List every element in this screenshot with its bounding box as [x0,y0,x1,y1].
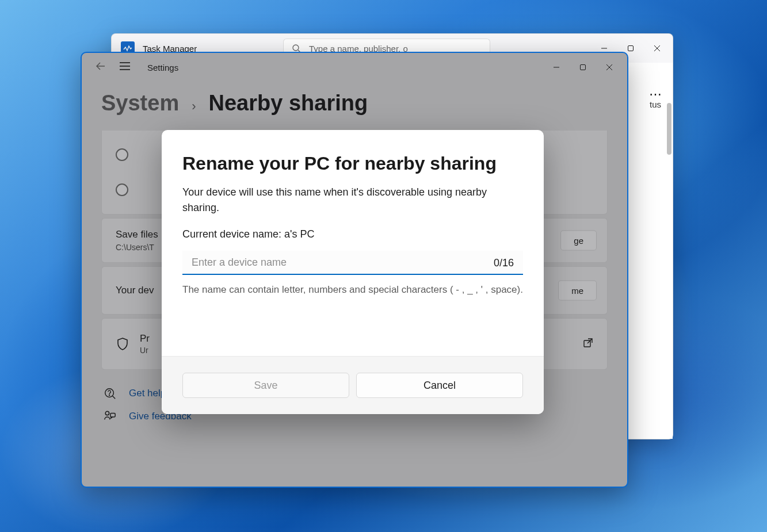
svg-point-19 [105,411,109,415]
device-name-input[interactable] [182,251,523,275]
close-button[interactable] [644,39,670,58]
cancel-button[interactable]: Cancel [356,373,523,398]
radio-option[interactable] [116,183,128,196]
rename-pc-dialog: Rename your PC for nearby sharing Your d… [162,130,544,414]
breadcrumb-parent[interactable]: System [101,91,179,116]
scrollbar-thumb[interactable] [667,103,671,155]
task-manager-right-panel: ⋯ [638,63,673,439]
help-icon [104,387,116,400]
privacy-title: Pr [140,333,150,345]
save-files-path: C:\Users\T [116,243,154,252]
svg-line-17 [113,396,116,399]
close-button[interactable] [596,58,623,76]
current-device-name: Current device name: a's PC [182,228,523,240]
minimize-button[interactable] [543,58,570,76]
hamburger-menu-button[interactable] [120,62,130,72]
svg-point-18 [109,395,110,395]
get-help-label: Get help [129,388,166,399]
shield-icon [116,337,129,351]
dialog-title: Rename your PC for nearby sharing [182,153,523,174]
settings-app-title: Settings [147,63,178,72]
dialog-description: Your device will use this name when it's… [182,185,523,216]
back-button[interactable] [96,61,106,74]
breadcrumb: System › Nearby sharing [82,82,627,131]
maximize-button[interactable] [570,58,596,76]
more-options-button[interactable]: ⋯ [649,87,662,439]
change-button[interactable]: ge [560,231,597,251]
device-name-title: Your dev [116,285,154,296]
input-hint: The name can contain letter, numbers and… [182,283,523,297]
privacy-subtitle: Ur [140,346,150,355]
feedback-icon [104,410,116,423]
column-header-status: tus [650,99,661,109]
svg-rect-11 [581,65,586,70]
svg-point-0 [293,45,299,51]
open-external-icon [583,338,593,350]
breadcrumb-current: Nearby sharing [209,91,368,116]
radio-option[interactable] [116,148,128,161]
svg-rect-20 [110,414,115,417]
svg-line-15 [587,339,592,343]
save-files-title: Save files [116,229,158,240]
char-counter: 0/16 [494,257,514,269]
dialog-footer: Save Cancel [162,356,544,414]
rename-button[interactable]: me [558,281,597,301]
save-button[interactable]: Save [182,373,349,398]
settings-titlebar[interactable]: Settings [82,53,627,82]
svg-rect-3 [628,46,634,51]
chevron-right-icon: › [192,99,196,114]
